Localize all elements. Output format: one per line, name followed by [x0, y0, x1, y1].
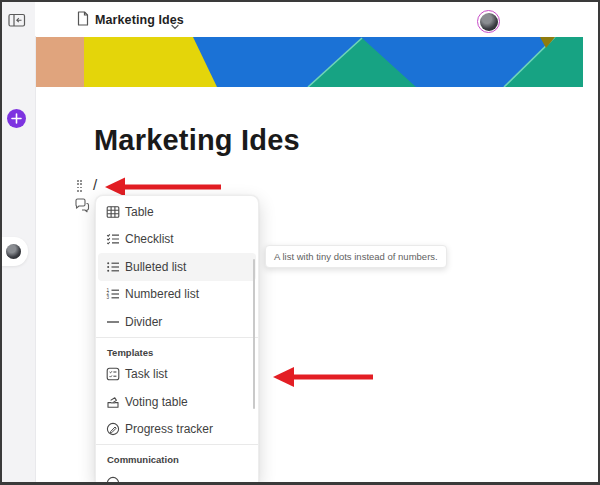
sidebar-toggle-icon[interactable] [8, 13, 26, 28]
plus-icon [11, 113, 22, 124]
menu-scrollbar-thumb[interactable] [253, 259, 256, 409]
progress-tracker-icon [105, 422, 120, 437]
menu-item-progress-tracker[interactable]: Progress tracker [96, 416, 258, 444]
menu-item-label: Divider [125, 315, 162, 329]
add-workspace-button[interactable] [7, 109, 26, 128]
numbered-list-icon: 123 [105, 287, 120, 302]
document-icon [77, 11, 89, 30]
slash-command-menu: Table Checklist Bulleted list 123 Number… [95, 195, 259, 482]
menu-item-table[interactable]: Table [96, 198, 258, 226]
menu-item-bulleted-list[interactable]: Bulleted list [98, 253, 256, 281]
slash-command-text[interactable]: / [93, 176, 97, 193]
cover-image [36, 37, 583, 87]
menu-item-label: Checklist [125, 232, 174, 246]
menu-item-numbered-list[interactable]: 123 Numbered list [96, 281, 258, 309]
comment-icon[interactable] [74, 198, 90, 217]
menu-divider [96, 444, 258, 445]
menu-item-task-list[interactable]: Task list [96, 361, 258, 389]
menu-divider [96, 337, 258, 338]
svg-text:3: 3 [106, 295, 109, 300]
menu-item-voting-table[interactable]: Voting table [96, 388, 258, 416]
loop-app: Marketing Ides Marketing Ides / [2, 2, 598, 482]
tooltip: A list with tiny dots instead of numbers… [265, 245, 447, 268]
checklist-icon [105, 232, 120, 247]
menu-item-label: Bulleted list [125, 260, 186, 274]
bulleted-list-icon [105, 259, 120, 274]
app-sidebar [2, 2, 36, 482]
app-window: Marketing Ides Marketing Ides / [0, 0, 600, 485]
menu-item-checklist[interactable]: Checklist [96, 226, 258, 254]
communication-item-icon [106, 476, 120, 482]
menu-item-label: Task list [125, 367, 168, 381]
task-list-icon [105, 367, 120, 382]
annotation-arrow-menu [271, 363, 375, 391]
page-title[interactable]: Marketing Ides [94, 124, 300, 157]
divider-icon [105, 314, 120, 329]
menu-item-label: Numbered list [125, 287, 199, 301]
table-icon [105, 204, 120, 219]
menu-section-communication: Communication [96, 446, 258, 468]
chevron-down-icon[interactable] [171, 16, 179, 34]
menu-item-label: Progress tracker [125, 422, 213, 436]
drag-handle-icon[interactable] [77, 180, 85, 193]
menu-item-label: Table [125, 205, 154, 219]
menu-item-divider[interactable]: Divider [96, 308, 258, 336]
workspace-avatar[interactable] [6, 244, 21, 259]
voting-table-icon [105, 394, 120, 409]
document-header: Marketing Ides [35, 2, 598, 36]
menu-section-templates: Templates [96, 339, 258, 361]
menu-item-label: Voting table [125, 395, 188, 409]
user-avatar[interactable] [477, 10, 500, 33]
